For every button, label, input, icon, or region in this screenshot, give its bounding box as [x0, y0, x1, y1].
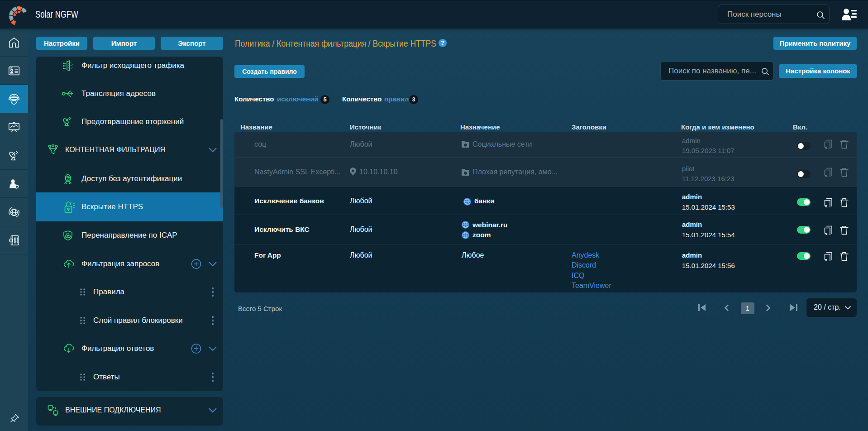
svg-text:?: ? — [67, 176, 69, 181]
